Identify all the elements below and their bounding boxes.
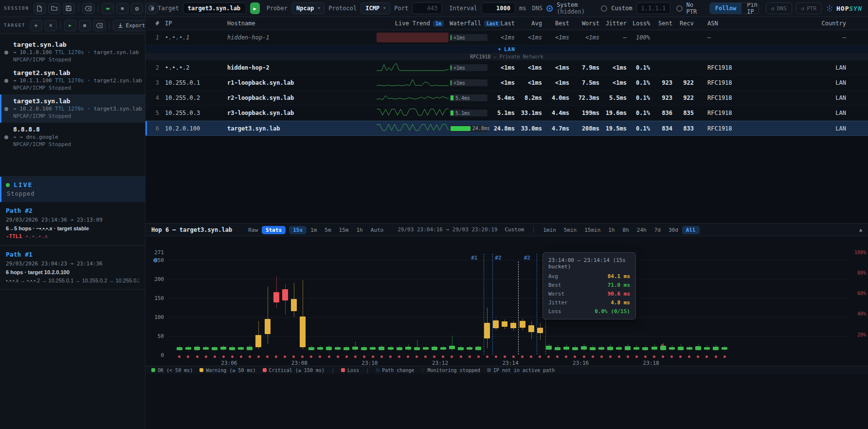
prober-select[interactable]: Npcap▼: [291, 2, 325, 14]
intervals-1h[interactable]: 1h: [352, 226, 366, 234]
protocol-select[interactable]: ICMP▼: [361, 2, 390, 14]
latency-bar[interactable]: [537, 328, 543, 333]
latency-bar[interactable]: [388, 347, 394, 350]
table-row[interactable]: 310.255.0.1r1-loopback.syn.lab<1ms<1ms<1…: [145, 75, 868, 91]
latency-bar[interactable]: [414, 347, 420, 350]
table-row[interactable]: 410.255.0.2r2-loopback.syn.lab5.4ms5.4ms…: [145, 91, 868, 106]
table-row[interactable]: 510.255.0.3r3-loopback.syn.lab5.1ms5.1ms…: [145, 106, 868, 121]
ranges-5min[interactable]: 5min: [560, 226, 581, 234]
refresh-dns-button[interactable]: ↺DNS: [766, 2, 792, 14]
latency-bar[interactable]: [300, 317, 306, 347]
latency-bar[interactable]: [528, 325, 534, 332]
latency-bar[interactable]: [563, 347, 569, 350]
latency-bar[interactable]: [572, 347, 578, 350]
latency-bar[interactable]: [440, 347, 446, 350]
remove-target-icon[interactable]: ×: [45, 20, 57, 31]
save-session-icon[interactable]: [63, 3, 75, 14]
add-target-icon[interactable]: +: [30, 20, 42, 31]
ranges-24h[interactable]: 24h: [633, 226, 651, 234]
latency-bar[interactable]: [282, 289, 288, 300]
latency-bar[interactable]: [633, 347, 639, 350]
col-best[interactable]: Best: [545, 20, 572, 27]
start-target-icon[interactable]: ▶: [64, 20, 76, 31]
latency-bar[interactable]: [326, 347, 332, 350]
latency-bar[interactable]: [704, 347, 710, 350]
latency-bar[interactable]: [220, 347, 226, 350]
ranges-15min[interactable]: 15min: [580, 226, 604, 234]
latency-bar[interactable]: [423, 347, 429, 350]
modes-raw[interactable]: Raw: [244, 226, 262, 234]
intervals-1m[interactable]: 1m: [307, 226, 321, 234]
ranges-30d[interactable]: 30d: [665, 226, 682, 234]
trend-window-badge[interactable]: 1m: [433, 20, 444, 27]
path-entry[interactable]: Path #129/03/2026 23:04:23 → 23:14:366 h…: [0, 246, 145, 290]
latency-bar[interactable]: [247, 347, 253, 350]
latency-bar[interactable]: [291, 299, 297, 311]
latency-bar[interactable]: [432, 347, 437, 350]
col-loss[interactable]: Loss%: [630, 20, 653, 27]
col-last[interactable]: Last: [490, 20, 518, 27]
interval-input[interactable]: [481, 2, 515, 14]
path-entry[interactable]: Path #229/03/2026 23:14:36 → 23:13:096→5…: [0, 202, 145, 246]
port-input[interactable]: [412, 2, 442, 14]
col-country[interactable]: Country: [778, 20, 868, 27]
col-jitter[interactable]: Jitter: [602, 20, 630, 27]
col-waterfall[interactable]: WaterfallLast: [447, 20, 490, 27]
ranges-8h[interactable]: 8h: [619, 226, 633, 234]
latency-bar[interactable]: [405, 347, 411, 350]
open-session-icon[interactable]: [48, 3, 60, 14]
latency-bar[interactable]: [458, 347, 464, 350]
target-list-item[interactable]: 8.8.8.8→ → dns.google NPCAP/ICMP Stopped: [0, 123, 145, 151]
latency-bar[interactable]: [581, 346, 587, 350]
latency-bar[interactable]: [678, 347, 684, 350]
pin-ip-button[interactable]: Pin IP: [741, 3, 759, 14]
target-list-item[interactable]: target.syn.lab→ 10.1.0.100 TTL 1270s · t…: [0, 38, 145, 66]
intervals-15s[interactable]: 15s: [289, 226, 307, 234]
new-session-icon[interactable]: [34, 3, 46, 14]
latency-bar[interactable]: [484, 323, 490, 338]
latency-bar[interactable]: [449, 346, 455, 349]
latency-bar[interactable]: [177, 347, 182, 350]
col-ip[interactable]: IP: [162, 20, 224, 27]
col-live-trend[interactable]: Live Trend1m: [374, 20, 447, 27]
latency-bar[interactable]: [194, 347, 200, 350]
latency-bar[interactable]: [361, 347, 367, 350]
latency-bar[interactable]: [722, 347, 727, 350]
latency-bar[interactable]: [546, 346, 552, 350]
clear-session-icon[interactable]: [82, 3, 94, 14]
latency-bar[interactable]: [520, 321, 525, 328]
latency-bar[interactable]: [687, 347, 692, 350]
refresh-ptr-button[interactable]: ↺PTR: [796, 2, 822, 14]
col-num[interactable]: #: [145, 20, 162, 27]
lan-group-toggle[interactable]: ▼ LAN: [145, 45, 868, 53]
custom-range-button[interactable]: Custom: [501, 225, 528, 234]
latency-bar[interactable]: [317, 347, 323, 350]
table-row[interactable]: 2•.•.•.2hidden-hop-2<1ms<1ms<1ms<1ms7.9m…: [145, 60, 868, 75]
table-row[interactable]: 610.2.0.100target3.syn.lab24.8ms24.8ms33…: [145, 121, 868, 136]
ranges-1h[interactable]: 1h: [604, 226, 618, 234]
stop-target-icon[interactable]: ■: [79, 20, 91, 31]
stop-all-icon[interactable]: ■: [116, 3, 128, 14]
latency-bar[interactable]: [238, 347, 244, 350]
latency-bar[interactable]: [344, 347, 349, 350]
latency-bar[interactable]: [642, 347, 648, 350]
target-input[interactable]: [183, 2, 246, 14]
latency-bar[interactable]: [467, 347, 472, 350]
target-list-item[interactable]: target3.syn.lab→ 10.2.0.100 TTL 1270s · …: [0, 94, 145, 123]
custom-dns-input[interactable]: [636, 2, 670, 14]
latency-bar[interactable]: [379, 347, 384, 350]
modes-stats[interactable]: Stats: [262, 226, 286, 234]
latency-bar[interactable]: [669, 347, 675, 350]
latency-bar[interactable]: [397, 347, 402, 350]
table-row[interactable]: 1•.•.•.1hidden-hop-1<1ms<1ms<1ms<1ms<1ms…: [145, 30, 868, 45]
latency-bar[interactable]: [607, 347, 613, 350]
col-sent[interactable]: Sent: [653, 20, 675, 27]
latency-bar[interactable]: [510, 323, 516, 328]
latency-bar[interactable]: [203, 347, 209, 350]
settings-icon[interactable]: ⚙: [131, 3, 143, 14]
target-list-item[interactable]: target2.syn.lab→ 10.1.1.100 TTL 1270s · …: [0, 66, 145, 94]
ranges-7d[interactable]: 7d: [651, 226, 665, 234]
col-recv[interactable]: Recv: [675, 20, 697, 27]
latency-bar[interactable]: [616, 347, 622, 350]
collapse-chart-button[interactable]: ▲: [859, 227, 862, 232]
